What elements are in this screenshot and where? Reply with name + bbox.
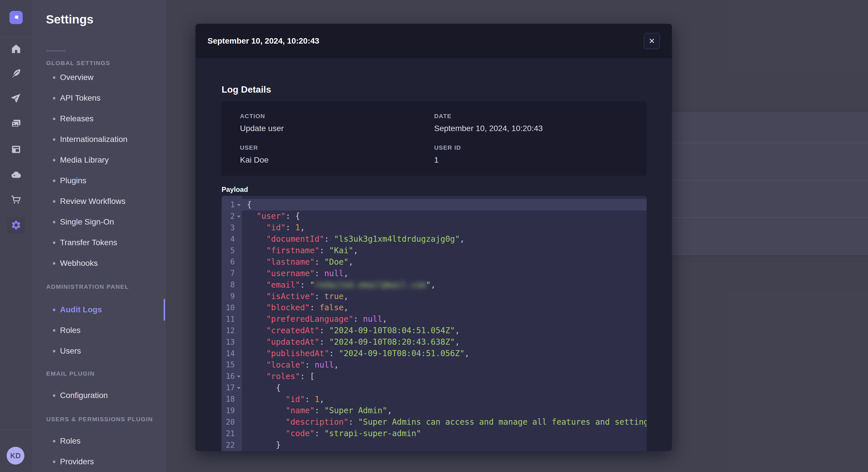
code-text: "code": "strapi-super-admin"	[242, 429, 421, 438]
code-line: 13 "updatedAt": "2024-09-10T08:20:43.638…	[222, 336, 647, 348]
log-details-modal: September 10, 2024, 10:20:43 ✕ Log Detai…	[195, 24, 672, 451]
code-text: "username": null,	[242, 269, 348, 278]
close-button[interactable]: ✕	[644, 33, 660, 49]
payload-label: Payload	[222, 185, 248, 194]
code-line: 11 "preferedLanguage": null,	[222, 313, 647, 325]
code-line: 14 "publishedAt": "2024-09-10T08:04:51.0…	[222, 348, 647, 359]
code-text: "firstname": "Kai",	[242, 246, 358, 255]
code-text: "id": 1,	[242, 223, 305, 232]
code-text: "blocked": false,	[242, 303, 348, 312]
code-text: {	[242, 383, 281, 393]
code-text: "documentId": "ls3uk3g1xm4ltdrdugzajg0g"…	[242, 234, 465, 244]
code-line: 15 "locale": null,	[222, 359, 647, 370]
code-text: "preferedLanguage": null,	[242, 314, 387, 324]
payload-code-editor[interactable]: 1{2 "user": {3 "id": 1,4 "documentId": "…	[222, 196, 647, 451]
close-icon: ✕	[649, 37, 655, 45]
detail-date: DATE September 10, 2024, 10:20:43	[434, 113, 629, 133]
code-text: "publishedAt": "2024-09-10T08:04:51.056Z…	[242, 349, 469, 358]
code-line: 3 "id": 1,	[222, 222, 647, 233]
code-line: 9 "isActive": true,	[222, 291, 647, 302]
line-number: 19	[222, 406, 242, 415]
line-number: 2	[222, 212, 242, 221]
line-number: 9	[222, 292, 242, 301]
code-text: }	[242, 440, 281, 450]
log-details-heading: Log Details	[222, 84, 271, 95]
code-line: 6 "lastname": "Doe",	[222, 256, 647, 268]
code-line: 17 {	[222, 382, 647, 394]
modal-title: September 10, 2024, 10:20:43	[208, 36, 319, 45]
line-number: 4	[222, 235, 242, 243]
code-line: 12 "createdAt": "2024-09-10T08:04:51.054…	[222, 325, 647, 336]
fold-caret-icon[interactable]	[237, 376, 241, 378]
code-text: "description": "Super Admins can access …	[242, 417, 647, 427]
code-line: 1{	[222, 199, 647, 210]
code-line: 2 "user": {	[222, 210, 647, 222]
code-line: 20 "description": "Super Admins can acce…	[222, 416, 647, 428]
line-number: 16	[222, 372, 242, 380]
code-text: "roles": [	[242, 372, 315, 381]
line-number: 20	[222, 418, 242, 427]
code-line: 22 }	[222, 439, 647, 451]
detail-action: ACTION Update user	[240, 113, 434, 133]
code-text: "user": {	[242, 211, 300, 221]
code-text: "createdAt": "2024-09-10T08:04:51.054Z",	[242, 326, 460, 335]
line-number: 6	[222, 258, 242, 266]
code-text: "id": 1,	[242, 395, 324, 404]
code-line: 19 "name": "Super Admin",	[222, 405, 647, 416]
detail-user: USER Kai Doe	[240, 144, 434, 165]
fold-caret-icon[interactable]	[237, 387, 241, 389]
line-number: 15	[222, 361, 242, 369]
code-text: {	[242, 200, 252, 209]
code-line: 23 ]	[222, 451, 647, 451]
code-line: 8 "email": "redacted.email@mail.com",	[222, 279, 647, 291]
line-number: 13	[222, 338, 242, 346]
line-number: 12	[222, 326, 242, 335]
line-number: 1	[222, 200, 242, 209]
code-line: 4 "documentId": "ls3uk3g1xm4ltdrdugzajg0…	[222, 233, 647, 245]
fold-caret-icon[interactable]	[237, 204, 241, 206]
line-number: 8	[222, 280, 242, 289]
line-number: 5	[222, 246, 242, 255]
code-line: 16 "roles": [	[222, 370, 647, 382]
code-text: "updatedAt": "2024-09-10T08:20:43.638Z",	[242, 337, 460, 347]
app-root: KD Settings GLOBAL SETTINGSOverviewAPI T…	[0, 0, 868, 472]
detail-user-id: USER ID 1	[434, 144, 629, 165]
log-details-card: ACTION Update user DATE September 10, 20…	[222, 101, 647, 176]
line-number: 11	[222, 315, 242, 324]
code-lines: 1{2 "user": {3 "id": 1,4 "documentId": "…	[222, 196, 647, 451]
code-line: 10 "blocked": false,	[222, 302, 647, 313]
line-number: 10	[222, 303, 242, 312]
code-text: "name": "Super Admin",	[242, 406, 392, 415]
modal-header: September 10, 2024, 10:20:43 ✕	[195, 24, 672, 58]
code-text: "email": "redacted.email@mail.com",	[242, 280, 435, 290]
fold-caret-icon[interactable]	[237, 216, 241, 217]
line-number: 22	[222, 441, 242, 449]
code-text: "locale": null,	[242, 360, 339, 370]
code-line: 5 "firstname": "Kai",	[222, 245, 647, 256]
line-number: 17	[222, 383, 242, 392]
line-number: 18	[222, 395, 242, 403]
code-line: 21 "code": "strapi-super-admin"	[222, 428, 647, 439]
line-number: 14	[222, 349, 242, 358]
code-line: 7 "username": null,	[222, 268, 647, 279]
line-number: 21	[222, 429, 242, 438]
code-text: "isActive": true,	[242, 292, 348, 301]
code-text: "lastname": "Doe",	[242, 257, 353, 267]
line-number: 3	[222, 224, 242, 232]
code-line: 18 "id": 1,	[222, 394, 647, 405]
line-number: 7	[222, 269, 242, 278]
